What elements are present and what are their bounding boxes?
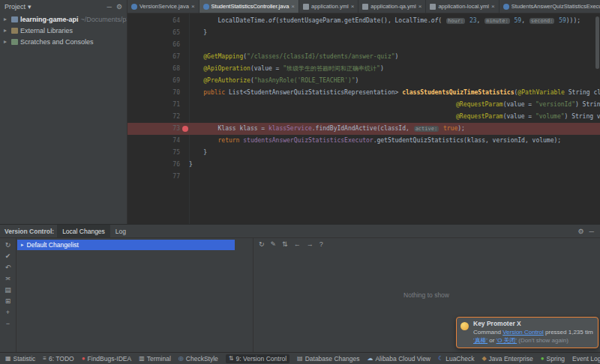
vcs-tab[interactable]: Local Changes bbox=[57, 225, 110, 237]
code-text: @GetMapping("/classes/{classId}/students… bbox=[189, 51, 398, 63]
chevron-right-icon[interactable]: ▸ bbox=[21, 242, 24, 248]
java-file-icon bbox=[503, 4, 509, 10]
praise-link[interactable]: '真棒' bbox=[473, 337, 488, 344]
folder-icon bbox=[11, 16, 18, 22]
statusbar-item[interactable]: ▥Terminal bbox=[139, 355, 171, 363]
tab-close-icon[interactable]: × bbox=[291, 3, 295, 10]
commit-icon[interactable]: ✔ bbox=[5, 252, 11, 260]
project-tree: ▸learning-game-api ~/Documents/p3/learni… bbox=[0, 13, 127, 47]
library-icon bbox=[11, 28, 18, 34]
tab-label: application.yml bbox=[311, 3, 349, 10]
statusbar-item[interactable]: ≡6: TODO bbox=[43, 355, 74, 363]
line-number[interactable]: 73 bbox=[128, 123, 189, 135]
tab-close-icon[interactable]: × bbox=[418, 3, 422, 10]
code-line: 67 @GetMapping("/classes/{classId}/stude… bbox=[128, 51, 600, 63]
project-panel-title[interactable]: Project bbox=[4, 3, 26, 10]
line-number[interactable]: 76 bbox=[128, 159, 189, 171]
breakpoint-icon[interactable] bbox=[182, 126, 188, 132]
line-number[interactable]: 67 bbox=[128, 51, 189, 63]
editor-tab[interactable]: VersionService.java× bbox=[128, 0, 200, 13]
project-tree-item[interactable]: ▸Scratches and Consoles bbox=[0, 36, 127, 47]
preview-diff-icon[interactable]: ▤ bbox=[4, 286, 11, 294]
code-editor[interactable]: 64 LocalDateTime.of(studentUsageParam.ge… bbox=[128, 13, 600, 224]
code-line: 66 bbox=[128, 39, 600, 51]
tab-label: VersionService.java bbox=[140, 3, 189, 10]
line-number[interactable]: 70 bbox=[128, 87, 189, 99]
editor-tab[interactable]: StudentsAnswerQuizStatisticsExecutor.jav… bbox=[500, 0, 600, 13]
code-line: 76} bbox=[128, 159, 600, 171]
statusbar-item[interactable]: ●FindBugs-IDEA bbox=[82, 355, 131, 363]
java-file-icon bbox=[203, 4, 209, 10]
code-text: } bbox=[189, 159, 193, 171]
line-number[interactable]: 75 bbox=[128, 147, 189, 159]
editor-tab[interactable]: application-qa.yml× bbox=[358, 0, 426, 13]
ide-window: Project ▾ ─ ⚙ ▸learning-game-api ~/Docum… bbox=[0, 0, 600, 364]
code-line: 74 return studentsAnswerQuizStatisticsEx… bbox=[128, 135, 600, 147]
notification-text: pressed 1,235 time(s) bbox=[544, 329, 593, 336]
statusbar-item[interactable]: ☾LuaCheck bbox=[438, 355, 474, 363]
tab-label: application-qa.yml bbox=[370, 3, 416, 10]
line-number[interactable]: 74 bbox=[128, 135, 189, 147]
close-link[interactable]: 'O 关闭' bbox=[496, 337, 518, 344]
collapse-all-icon[interactable]: − bbox=[6, 320, 10, 327]
notification-title: Key Promoter X bbox=[473, 320, 593, 328]
notification-key-promoter[interactable]: Key Promoter X Command Version Control p… bbox=[456, 317, 598, 348]
chevron-right-icon[interactable]: ▸ bbox=[4, 16, 9, 22]
expand-all-icon[interactable]: + bbox=[6, 309, 10, 316]
statusbar-item[interactable]: ⇅9: Version Control bbox=[226, 354, 290, 363]
hide-panel-icon[interactable]: ─ bbox=[590, 228, 594, 235]
yaml-file-icon bbox=[362, 4, 368, 10]
statusbar-item[interactable]: ▤Database Changes bbox=[297, 355, 359, 363]
version-control-link[interactable]: Version Control bbox=[502, 329, 544, 336]
statusbar-item[interactable]: ☁Alibaba Cloud View bbox=[367, 355, 430, 363]
show-diff-icon[interactable]: ≍ bbox=[5, 275, 11, 282]
editor-tab[interactable]: application.yml× bbox=[299, 0, 358, 13]
chevron-down-icon[interactable]: ▾ bbox=[28, 3, 32, 10]
statusbar-item[interactable]: ◆Java Enterprise bbox=[482, 355, 532, 363]
line-number[interactable]: 77 bbox=[128, 171, 189, 183]
settings-icon[interactable]: ⚙ bbox=[116, 3, 122, 10]
vcs-tab[interactable]: Log bbox=[110, 225, 131, 237]
code-text: public List<StudentAnswerQuizStatisticsR… bbox=[189, 87, 600, 99]
line-number[interactable]: 71 bbox=[128, 99, 189, 111]
code-line: 71@RequestParam(value = "versionId") Str… bbox=[128, 99, 600, 111]
tab-close-icon[interactable]: × bbox=[351, 3, 355, 10]
project-panel: Project ▾ ─ ⚙ ▸learning-game-api ~/Docum… bbox=[0, 0, 128, 224]
tab-close-icon[interactable]: × bbox=[491, 3, 495, 10]
rollback-icon[interactable]: ↶ bbox=[5, 264, 11, 271]
group-by-icon[interactable]: ⊞ bbox=[5, 297, 11, 305]
editor-tab[interactable]: application-local.yml× bbox=[426, 0, 499, 13]
refresh-icon[interactable]: ↻ bbox=[5, 241, 11, 249]
hide-panel-icon[interactable]: ─ bbox=[107, 3, 112, 10]
line-number[interactable]: 64 bbox=[128, 15, 189, 27]
version-control-title: Version Control: bbox=[4, 228, 54, 235]
changelist-default[interactable]: ▸ Default Changelist bbox=[17, 240, 235, 250]
project-tree-item[interactable]: ▸External Libraries bbox=[0, 25, 127, 36]
status-bar: ▦Statistic≡6: TODO●FindBugs-IDEA▥Termina… bbox=[0, 352, 600, 364]
code-area[interactable]: 64 LocalDateTime.of(studentUsageParam.ge… bbox=[128, 15, 600, 183]
editor-tab-bar: VersionService.java×StudentStatisticsCon… bbox=[128, 0, 600, 13]
project-tree-item[interactable]: ▸learning-game-api ~/Documents/p3/learni… bbox=[0, 13, 127, 25]
editor-tab[interactable]: StudentStatisticsController.java× bbox=[200, 0, 299, 13]
database-icon: ▤ bbox=[297, 355, 303, 362]
code-text: @ApiOperation(value = "班级学生的答题时间和正确率统计") bbox=[189, 63, 384, 75]
line-number[interactable]: 65 bbox=[128, 27, 189, 39]
tab-close-icon[interactable]: × bbox=[191, 3, 195, 10]
statusbar-item[interactable]: ●Spring bbox=[541, 355, 565, 363]
spring-leaf-icon: ● bbox=[541, 355, 544, 362]
settings-icon[interactable]: ⚙ bbox=[578, 228, 584, 235]
line-number[interactable]: 72 bbox=[128, 111, 189, 123]
line-number[interactable]: 68 bbox=[128, 63, 189, 75]
code-line: 73 Klass klass = klassService.findByIdAn… bbox=[128, 123, 600, 135]
event-log-button[interactable]: Event Log bbox=[572, 355, 600, 363]
luacheck-moon-icon: ☾ bbox=[438, 355, 443, 362]
notification-text: Command bbox=[473, 329, 502, 336]
line-number[interactable]: 66 bbox=[128, 39, 189, 51]
chevron-right-icon[interactable]: ▸ bbox=[4, 27, 9, 34]
statusbar-item[interactable]: ▦Statistic bbox=[5, 355, 35, 363]
statusbar-item[interactable]: ◎CheckStyle bbox=[178, 355, 218, 363]
line-number[interactable]: 69 bbox=[128, 75, 189, 87]
editor-scrollbar[interactable] bbox=[596, 16, 599, 69]
status-bar-items: ▦Statistic≡6: TODO●FindBugs-IDEA▥Termina… bbox=[5, 354, 565, 363]
chevron-right-icon[interactable]: ▸ bbox=[4, 38, 9, 45]
